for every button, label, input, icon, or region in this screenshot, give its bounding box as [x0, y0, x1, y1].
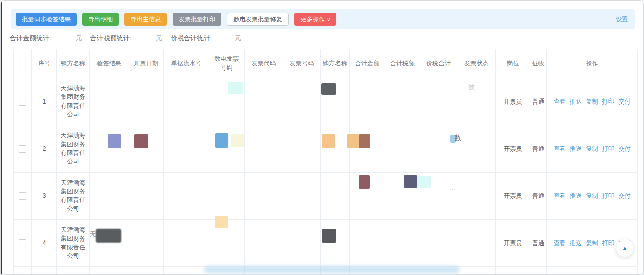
header-invoice-code: 发票代码 [245, 49, 283, 78]
cell-post: 开票员 [496, 125, 530, 173]
row-checkbox[interactable] [19, 239, 26, 247]
cell-seq: 1 [32, 78, 57, 125]
total-amount-stat: 合计金额统计: 元 [10, 33, 82, 43]
cell-doc-serial [164, 173, 209, 220]
cell-total [420, 267, 457, 275]
header-total: 价税合计 [420, 49, 457, 78]
cell-invoice-date [128, 173, 164, 220]
cell-doc-serial [164, 220, 209, 267]
cell-seller: 天津渤海集团财务有限责任公司 [57, 173, 90, 220]
copy-link[interactable]: 复制 [586, 239, 598, 247]
cell-operations: 查看推送复制打印交付 [547, 125, 638, 173]
settings-link[interactable]: 设置 [616, 15, 628, 24]
cell-doc-serial [164, 267, 209, 275]
cell-operations: 查看推送复制打印交付 [547, 173, 638, 220]
header-tax: 合计税额 [385, 49, 420, 78]
cell-invoice-no [283, 78, 321, 125]
header-checkbox-cell [14, 49, 32, 78]
cell-levy: 普通 [530, 78, 547, 125]
header-doc-serial: 单据流水号 [164, 49, 209, 78]
header-post: 岗位 [496, 49, 530, 78]
cell-post [496, 267, 530, 275]
cell-tax [385, 267, 420, 275]
invoice-management-page: 批量同步验签结果 导出明细 导出主信息 发票批量打印 数电发票批量修复 更多操作… [0, 0, 644, 275]
tax-included-total-unit: 元 [234, 33, 241, 43]
view-link[interactable]: 查看 [554, 145, 566, 152]
cell-tax [385, 78, 420, 125]
table-row: 4 天津渤海集团财务有限责任公司 开票员 普通 查看 [14, 220, 638, 267]
cell-checkbox [14, 267, 32, 275]
cell-verify-result [90, 78, 128, 125]
view-link[interactable]: 查看 [554, 192, 566, 199]
cell-buyer [321, 78, 350, 125]
batch-sync-verify-button[interactable]: 批量同步验签结果 [16, 13, 77, 26]
cell-amount [350, 78, 385, 125]
table-row: 3 天津渤海集团财务有限责任公司 开票员 普通 查看 [14, 173, 638, 220]
digital-invoice-repair-button[interactable]: 数电发票批量修复 [227, 13, 289, 26]
select-all-checkbox[interactable] [19, 60, 26, 67]
view-link[interactable]: 查看 [554, 239, 566, 247]
cell-buyer [321, 173, 350, 220]
cell-amount [350, 220, 385, 267]
cell-seller: 天津渤海集团财务有限责任公司 [57, 125, 90, 173]
header-buyer: 购方名称 [321, 49, 350, 78]
cell-verify-result [90, 220, 128, 267]
row-checkbox[interactable] [19, 145, 26, 153]
row-checkbox[interactable] [19, 98, 26, 106]
statistics-bar: 合计金额统计: 元 合计税额统计: 元 价税合计统计 元 [10, 33, 249, 43]
push-link[interactable]: 推送 [570, 145, 582, 152]
copy-link[interactable]: 复制 [586, 98, 598, 105]
table-row: 1 天津渤海集团财务有限责任公司 开票员 普通 查看 [14, 78, 638, 125]
back-to-top-button[interactable]: ▲ [616, 239, 633, 257]
cell-levy: 普通 [530, 220, 547, 267]
cell-invoice-code [245, 267, 283, 275]
cell-invoice-status [457, 267, 496, 275]
arrow-up-icon: ▲ [622, 245, 628, 252]
total-tax-stat: 合计税额统计: 元 [90, 33, 163, 43]
cell-verify-result [90, 125, 128, 173]
push-link[interactable]: 推送 [570, 98, 582, 105]
tax-included-total-label: 价税合计统计 [171, 33, 210, 43]
copy-link[interactable]: 复制 [586, 192, 598, 199]
invoice-table: 序号 销方名称 验签结果 开票日期 单据流水号 数电发票 号码 发票代码 发票号… [13, 49, 637, 275]
cell-checkbox [14, 220, 32, 267]
deliver-link[interactable]: 交付 [619, 145, 631, 152]
cell-seq: 4 [32, 220, 57, 267]
deliver-link[interactable]: 交付 [619, 98, 631, 105]
copy-link[interactable]: 复制 [586, 145, 598, 152]
batch-print-button[interactable]: 发票批量打印 [173, 13, 221, 26]
print-link[interactable]: 打印 [602, 145, 615, 152]
header-seller: 销方名称 [57, 49, 90, 78]
cell-seq [32, 267, 57, 275]
cell-doc-serial [164, 78, 209, 125]
cell-tax [385, 220, 420, 267]
cell-levy [530, 267, 547, 275]
row-checkbox[interactable] [19, 192, 26, 200]
cell-invoice-status [457, 173, 496, 220]
total-tax-label: 合计税额统计: [90, 33, 132, 43]
header-amount: 合计金额 [350, 49, 385, 78]
cell-post: 开票员 [496, 173, 530, 220]
print-link[interactable]: 打印 [602, 192, 615, 199]
toolbar: 批量同步验签结果 导出明细 导出主信息 发票批量打印 数电发票批量修复 更多操作… [11, 9, 635, 29]
print-link[interactable]: 打印 [602, 239, 615, 247]
header-seq: 序号 [32, 49, 57, 78]
cell-doc-serial [164, 125, 209, 173]
deliver-link[interactable]: 交付 [619, 192, 631, 199]
export-main-info-button[interactable]: 导出主信息 [124, 13, 167, 26]
push-link[interactable]: 推送 [570, 239, 582, 247]
cell-invoice-code [245, 125, 283, 173]
cell-seller: 天津渤海集团财务有限责任公司 [57, 267, 90, 275]
view-link[interactable]: 查看 [554, 98, 566, 105]
export-detail-button[interactable]: 导出明细 [82, 13, 119, 26]
total-tax-unit: 元 [156, 33, 162, 43]
push-link[interactable]: 推送 [570, 192, 582, 199]
cell-amount [350, 173, 385, 220]
left-edge-strip [1, 1, 2, 275]
header-verify-result: 验签结果 [90, 49, 128, 78]
cell-invoice-status [457, 220, 496, 267]
print-link[interactable]: 打印 [602, 98, 615, 105]
cell-total [420, 220, 457, 267]
cell-invoice-code [245, 220, 283, 267]
more-actions-button[interactable]: 更多操作∨ [294, 13, 336, 26]
